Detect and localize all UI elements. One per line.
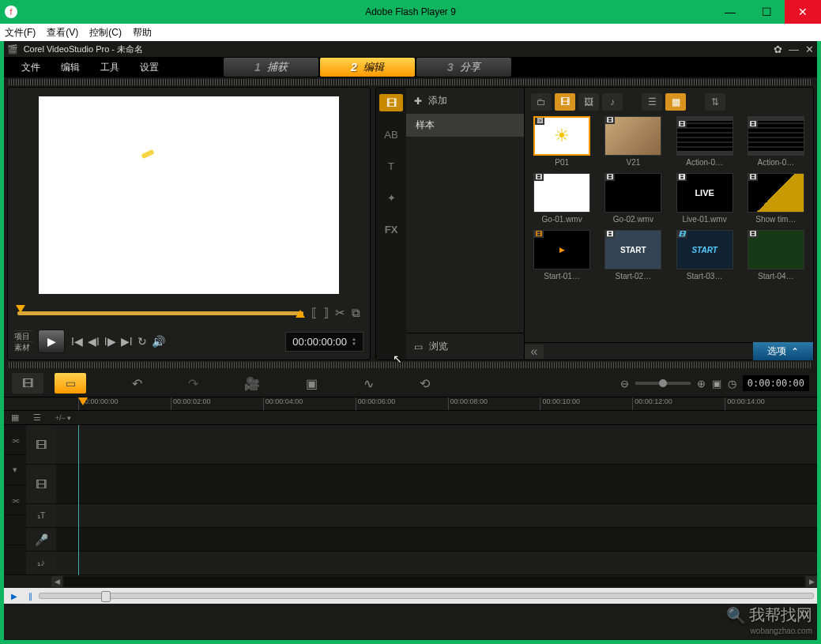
- preview-canvas[interactable]: [39, 96, 339, 294]
- title-lane[interactable]: [56, 504, 817, 528]
- view-grid-icon[interactable]: ▦: [665, 93, 686, 111]
- mode-project-label[interactable]: 项目: [14, 330, 33, 341]
- track-link-icon[interactable]: ⫘: [4, 425, 26, 455]
- clock-icon[interactable]: ◷: [728, 378, 736, 390]
- snapshot-button[interactable]: ▣: [306, 376, 318, 391]
- track-list-icon[interactable]: ☰: [26, 411, 48, 424]
- panel-grip-2[interactable]: [9, 362, 812, 368]
- libtab-media-icon[interactable]: 🎞: [379, 94, 403, 111]
- timeline-scrollbar[interactable]: ◀ ▶: [4, 575, 817, 588]
- libtab-graphic-icon[interactable]: ✦: [379, 189, 403, 206]
- thumb-showtime[interactable]: 🎞Show tim…: [744, 173, 808, 224]
- track-toggle-icon[interactable]: ▦: [4, 411, 26, 424]
- libtab-fx-icon[interactable]: FX: [379, 220, 403, 238]
- record-button[interactable]: 🎥: [244, 376, 260, 391]
- prev-frame-button[interactable]: ◀I: [88, 335, 100, 348]
- libtab-ab-icon[interactable]: AB: [379, 126, 403, 143]
- flash-seek-slider[interactable]: [39, 593, 814, 599]
- step-capture[interactable]: 1捕获: [224, 58, 318, 77]
- sort-icon[interactable]: ⇅: [705, 93, 725, 111]
- playhead-icon[interactable]: [78, 397, 88, 405]
- mark-in-handle[interactable]: [16, 305, 25, 313]
- next-frame-button[interactable]: I▶: [104, 335, 116, 348]
- filter-video-icon[interactable]: 🎞: [555, 93, 575, 111]
- thumb-go02[interactable]: 🎞Go-02.wmv: [601, 173, 665, 224]
- video-lane[interactable]: [56, 425, 817, 465]
- volume-button[interactable]: 🔊: [152, 335, 165, 348]
- playhead-line[interactable]: [78, 425, 79, 575]
- options-button[interactable]: 选项⌃: [753, 342, 813, 360]
- thumb-start02[interactable]: 🎞STARTStart-02…: [601, 230, 665, 281]
- step-share[interactable]: 3分享: [416, 58, 511, 77]
- app-settings-icon[interactable]: ✿: [770, 43, 785, 55]
- fit-project-icon[interactable]: ▣: [712, 378, 721, 390]
- video-track-icon[interactable]: 🎞: [26, 425, 56, 465]
- thumb-live01[interactable]: 🎞LIVELive-01.wmv: [672, 173, 737, 224]
- track-plusminus[interactable]: +/− ▾: [48, 411, 78, 424]
- menu-tools[interactable]: 工具: [91, 58, 129, 77]
- thumb-action0a[interactable]: 🎞Action-0…: [672, 116, 737, 167]
- timecode-spinner[interactable]: ▲▼: [352, 337, 356, 346]
- thumb-go01[interactable]: 🎞Go-01.wmv: [529, 173, 594, 224]
- go-end-button[interactable]: ▶I: [121, 335, 133, 348]
- panel-grip[interactable]: [9, 79, 812, 85]
- track-lock-icon[interactable]: ⫘: [4, 485, 26, 515]
- mode-clip-label[interactable]: 素材: [14, 341, 33, 352]
- mark-out-icon[interactable]: ⟧: [323, 306, 329, 320]
- track-area[interactable]: [56, 425, 817, 575]
- flash-menu-control[interactable]: 控制(C): [89, 26, 122, 40]
- view-list-icon[interactable]: ☰: [642, 93, 662, 111]
- track-dropdown-icon[interactable]: ▾: [4, 455, 26, 485]
- cut-icon[interactable]: ✂: [335, 306, 345, 320]
- filter-photo-icon[interactable]: 🖼: [578, 93, 599, 111]
- preview-timecode[interactable]: 00:00:00:00 ▲▼: [285, 332, 363, 352]
- music-lane[interactable]: [56, 552, 817, 575]
- flash-play-icon[interactable]: ▶: [7, 589, 21, 602]
- flash-pause-icon[interactable]: ∥: [23, 589, 37, 602]
- thumb-action0b[interactable]: 🎞Action-0…: [744, 116, 808, 167]
- play-button[interactable]: ▶: [38, 330, 65, 353]
- zoom-out-icon[interactable]: ⊖: [620, 378, 629, 390]
- timeline-ruler[interactable]: 00:00:00:00 00:00:02:00 00:00:04:00 00:0…: [4, 397, 817, 411]
- timeline-view-button[interactable]: ▭: [55, 373, 86, 394]
- timeline-timecode[interactable]: 0:00:00:00: [743, 375, 809, 391]
- flash-menu-help[interactable]: 帮助: [133, 26, 152, 40]
- thumb-v21[interactable]: 🎞V21: [601, 116, 665, 167]
- storyboard-view-button[interactable]: 🎞: [12, 373, 43, 394]
- flash-menu-view[interactable]: 查看(V): [47, 26, 78, 40]
- app-minimize-button[interactable]: —: [785, 43, 802, 55]
- mark-in-icon[interactable]: ⟦: [311, 306, 317, 320]
- mark-out-handle[interactable]: [296, 310, 305, 318]
- scroll-right-icon[interactable]: ▶: [806, 576, 817, 587]
- thumb-start04[interactable]: 🎞Start-04…: [744, 230, 808, 281]
- libtab-title-icon[interactable]: T: [379, 157, 403, 175]
- overlay-track-icon[interactable]: 🎞: [26, 465, 56, 504]
- library-browse-button[interactable]: ▭浏览: [406, 333, 524, 360]
- go-start-button[interactable]: I◀: [71, 335, 83, 348]
- flash-menu-file[interactable]: 文件(F): [5, 26, 36, 40]
- batch-convert-button[interactable]: ⟲: [420, 376, 430, 391]
- zoom-slider[interactable]: [635, 382, 691, 385]
- library-add-button[interactable]: ✚添加: [406, 88, 524, 114]
- library-folder-sample[interactable]: 样本: [406, 114, 524, 137]
- maximize-button[interactable]: ☐: [748, 0, 785, 24]
- zoom-in-icon[interactable]: ⊕: [697, 378, 706, 390]
- repeat-button[interactable]: ↻: [137, 335, 147, 348]
- scroll-left-icon[interactable]: ◀: [51, 576, 62, 587]
- trim-bar[interactable]: [17, 311, 303, 315]
- title-track-icon[interactable]: ₁T: [26, 504, 56, 528]
- minimize-button[interactable]: —: [712, 0, 748, 24]
- voice-track-icon[interactable]: 🎤: [26, 528, 56, 552]
- filter-audio-icon[interactable]: ♪: [602, 93, 623, 111]
- thumb-start01[interactable]: 🎞▶Start-01…: [529, 230, 594, 281]
- folder-icon[interactable]: 🗀: [531, 93, 552, 111]
- collapse-panel-icon[interactable]: «: [525, 345, 544, 359]
- menu-file[interactable]: 文件: [12, 58, 50, 77]
- step-edit[interactable]: 2编辑: [320, 58, 415, 77]
- thumb-start03[interactable]: 🎞STARTStart-03…: [672, 230, 737, 281]
- menu-settings[interactable]: 设置: [130, 58, 168, 77]
- menu-edit[interactable]: 编辑: [51, 58, 89, 77]
- audio-mix-button[interactable]: ∿: [363, 376, 374, 391]
- app-close-button[interactable]: ✕: [802, 43, 817, 55]
- voice-lane[interactable]: [56, 528, 817, 552]
